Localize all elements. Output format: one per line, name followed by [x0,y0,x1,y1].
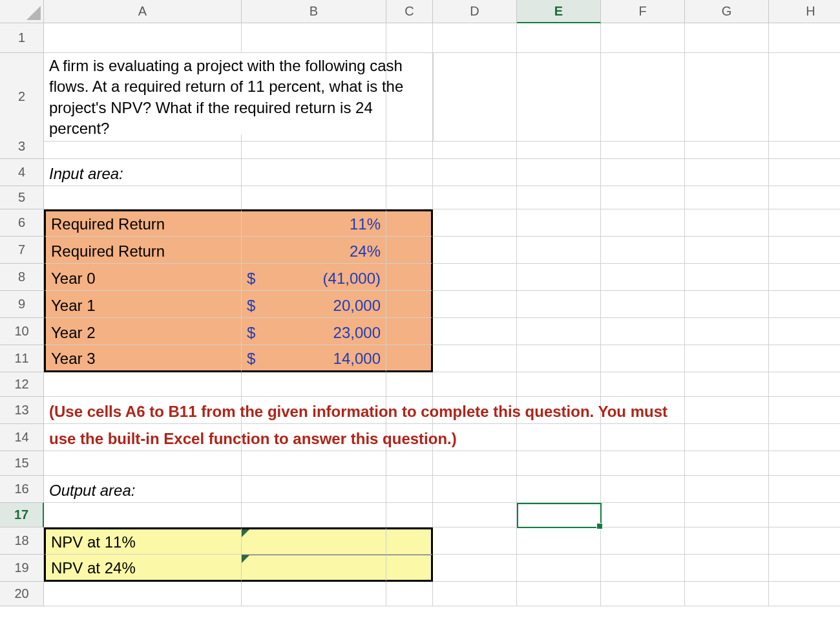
cell-E11[interactable] [517,345,601,372]
cell-G20[interactable] [685,582,769,606]
cell-B6[interactable]: 11% [242,209,386,237]
cell-B20[interactable] [242,582,386,606]
col-header-C[interactable]: C [386,0,433,23]
cell-D17[interactable] [433,503,517,527]
row-header-2[interactable]: 2 [0,53,44,142]
cell-H14[interactable] [769,424,840,451]
cell-G10[interactable] [685,318,769,345]
cell-G9[interactable] [685,291,769,318]
cell-H10[interactable] [769,318,840,345]
cell-A11[interactable]: Year 3 [44,345,242,372]
cell-B19[interactable] [242,555,386,582]
cell-A18[interactable]: NPV at 11% [44,527,242,555]
cell-B10[interactable]: $23,000 [242,318,386,345]
cell-G15[interactable] [685,451,769,476]
cell-B5[interactable] [242,186,386,209]
cell-C1[interactable] [386,23,433,53]
cell-B8[interactable]: $(41,000) [242,264,386,291]
row-header-17[interactable]: 17 [0,503,44,527]
cell-C5[interactable] [386,186,433,209]
cell-G11[interactable] [685,345,769,372]
cell-F4[interactable] [601,159,685,186]
cell-D11[interactable] [433,345,517,372]
cell-E12[interactable] [517,372,601,397]
cell-A6[interactable]: Required Return [44,209,242,237]
cell-F3[interactable] [601,134,685,159]
col-header-B[interactable]: B [242,0,386,23]
cell-H3[interactable] [769,134,840,159]
cell-A1[interactable] [44,23,242,53]
cell-E15[interactable] [517,451,601,476]
cell-G16[interactable] [685,476,769,503]
cell-D1[interactable] [433,23,517,53]
cell-A8[interactable]: Year 0 [44,264,242,291]
cell-G7[interactable] [685,237,769,264]
cell-E17[interactable] [517,503,601,527]
cell-C11[interactable] [386,345,433,372]
cell-F6[interactable] [601,209,685,237]
cell-B17[interactable] [242,503,386,527]
row-header-20[interactable]: 20 [0,582,44,606]
cell-H18[interactable] [769,527,840,555]
cell-B15[interactable] [242,451,386,476]
cell-B18[interactable] [242,527,386,555]
row-header-6[interactable]: 6 [0,209,44,237]
cell-C9[interactable] [386,291,433,318]
cell-A7[interactable]: Required Return [44,237,242,264]
cell-A13[interactable]: (Use cells A6 to B11 from the given info… [44,397,242,424]
cell-G5[interactable] [685,186,769,209]
cell-E20[interactable] [517,582,601,606]
cell-D3[interactable] [433,134,517,159]
cell-H16[interactable] [769,476,840,503]
cell-F20[interactable] [601,582,685,606]
cell-D7[interactable] [433,237,517,264]
cell-H15[interactable] [769,451,840,476]
cell-D4[interactable] [433,159,517,186]
cell-C17[interactable] [386,503,433,527]
row-header-5[interactable]: 5 [0,186,44,209]
row-header-13[interactable]: 13 [0,397,44,424]
cell-E2[interactable] [517,53,601,142]
cell-D5[interactable] [433,186,517,209]
select-all-corner[interactable] [0,0,44,23]
cell-D20[interactable] [433,582,517,606]
row-header-15[interactable]: 15 [0,451,44,476]
cell-H20[interactable] [769,582,840,606]
cell-F9[interactable] [601,291,685,318]
row-header-4[interactable]: 4 [0,159,44,186]
row-header-10[interactable]: 10 [0,318,44,345]
cell-F19[interactable] [601,555,685,582]
cell-E8[interactable] [517,264,601,291]
cell-A9[interactable]: Year 1 [44,291,242,318]
cell-A10[interactable]: Year 2 [44,318,242,345]
col-header-H[interactable]: H [769,0,840,23]
cell-D19[interactable] [433,555,517,582]
cell-F5[interactable] [601,186,685,209]
cell-A19[interactable]: NPV at 24% [44,555,242,582]
cell-F15[interactable] [601,451,685,476]
cell-F10[interactable] [601,318,685,345]
cell-D16[interactable] [433,476,517,503]
row-header-7[interactable]: 7 [0,237,44,264]
cell-H8[interactable] [769,264,840,291]
cell-E4[interactable] [517,159,601,186]
cell-B9[interactable]: $20,000 [242,291,386,318]
cell-B1[interactable] [242,23,386,53]
cell-F2[interactable] [601,53,685,142]
row-header-3[interactable]: 3 [0,134,44,159]
cell-D8[interactable] [433,264,517,291]
cell-D2[interactable] [433,53,517,142]
cell-E9[interactable] [517,291,601,318]
cell-E7[interactable] [517,237,601,264]
col-header-E[interactable]: E [517,0,601,23]
cell-G18[interactable] [685,527,769,555]
cell-E5[interactable] [517,186,601,209]
cell-A12[interactable] [44,372,242,397]
cell-G3[interactable] [685,134,769,159]
cell-C20[interactable] [386,582,433,606]
cell-G19[interactable] [685,555,769,582]
cell-A16[interactable]: Output area: [44,476,242,503]
cell-E18[interactable] [517,527,601,555]
row-header-9[interactable]: 9 [0,291,44,318]
cell-C4[interactable] [386,159,433,186]
